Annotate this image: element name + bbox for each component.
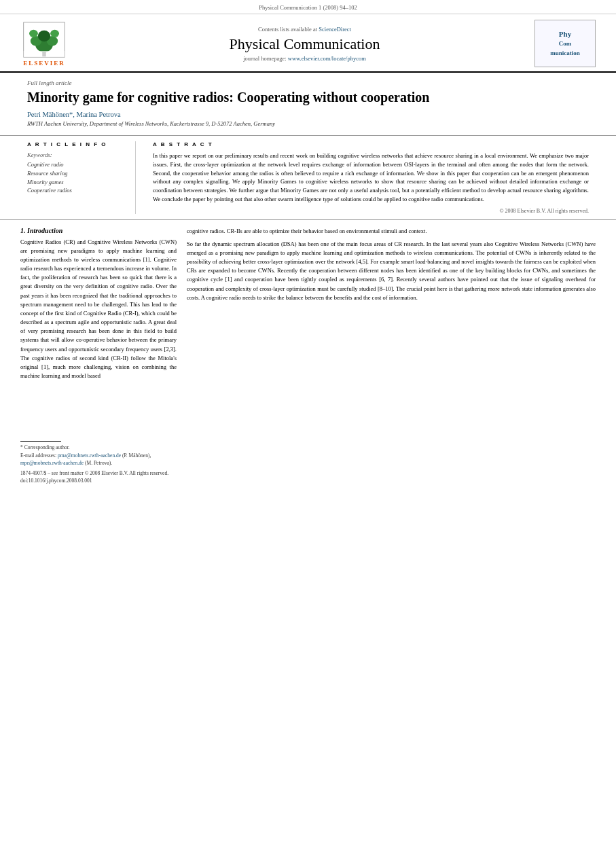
homepage-url[interactable]: www.elsevier.com/locate/phycom: [288, 55, 366, 62]
authors: Petri Mähönen*, Marina Petrova: [27, 111, 589, 118]
abstract-text: In this paper we report on our prelimina…: [153, 151, 589, 204]
top-bar: Physical Communication 1 (2008) 94–102: [0, 0, 616, 14]
journal-homepage: journal homepage: www.elsevier.com/locat…: [75, 55, 535, 62]
svg-point-4: [38, 30, 50, 41]
svg-point-6: [50, 29, 59, 37]
svg-point-5: [29, 29, 38, 37]
footnote-asterisk: * Corresponding author.: [20, 444, 177, 451]
article-info-right: A B S T R A C T In this paper we report …: [149, 141, 589, 214]
abstract-label: A B S T R A C T: [153, 141, 589, 147]
keywords-list: Cognitive radio Resource sharing Minorit…: [27, 160, 125, 195]
doi-line: doi:10.1016/j.phycom.2008.03.001: [20, 477, 177, 484]
article-title: Minority game for cognitive radios: Coop…: [27, 89, 589, 106]
footnotes-area: * Corresponding author. E-mail addresses…: [20, 384, 177, 484]
intro-paragraph-2: cognitive radios. CR-IIs are able to opt…: [187, 227, 596, 236]
introduction-heading: 1. Introduction: [20, 227, 177, 234]
journal-title-display: Physical Communication: [75, 35, 535, 53]
article-info-label: A R T I C L E I N F O: [27, 141, 125, 147]
article-header: Full length article Minority game for co…: [0, 73, 616, 136]
main-content: 1. Introduction Cognitive Radios (CR) an…: [0, 220, 616, 492]
keyword-2: Resource sharing: [27, 169, 125, 178]
email1: pma@mobnets.rwth-aachen.de: [58, 452, 121, 459]
journal-center: Contents lists available at ScienceDirec…: [75, 26, 535, 62]
footnote-emails: E-mail addresses: pma@mobnets.rwth-aache…: [20, 452, 177, 467]
keyword-4: Cooperative radios: [27, 186, 125, 195]
article-info-left: A R T I C L E I N F O Keywords: Cognitiv…: [27, 141, 136, 214]
elsevier-logo: ELSEVIER: [14, 21, 75, 67]
issn-line: 1874-4907/$ – see front matter © 2008 El…: [20, 469, 177, 477]
footnote-separator: [20, 441, 61, 442]
keywords-label: Keywords:: [27, 151, 125, 158]
journal-header: ELSEVIER Contents lists available at Sci…: [0, 14, 616, 73]
citation-text: Physical Communication 1 (2008) 94–102: [259, 4, 357, 11]
elsevier-tree-icon: [20, 21, 68, 58]
contents-line: Contents lists available at ScienceDirec…: [75, 26, 535, 33]
affiliation: RWTH Aachen University, Department of Wi…: [27, 120, 589, 127]
svg-rect-8: [24, 51, 65, 57]
intro-paragraph-3: So far the dynamic spectrum allocation (…: [187, 240, 596, 302]
elsevier-brand-text: ELSEVIER: [23, 60, 65, 67]
keyword-3: Minority games: [27, 178, 125, 187]
content-col-left: 1. Introduction Cognitive Radios (CR) an…: [20, 227, 177, 485]
email2: mpe@mobnets.rwth-aachen.de: [20, 460, 84, 466]
content-col-right: cognitive radios. CR-IIs are able to opt…: [187, 227, 596, 485]
journal-logo-box: PhyCommunication: [535, 20, 596, 67]
article-type: Full length article: [27, 79, 589, 86]
article-info-section: A R T I C L E I N F O Keywords: Cognitiv…: [0, 136, 616, 220]
sciencedirect-link[interactable]: ScienceDirect: [319, 26, 351, 33]
intro-paragraph-1: Cognitive Radios (CR) and Cognitive Wire…: [20, 238, 177, 381]
copyright-line: © 2008 Elsevier B.V. All rights reserved…: [153, 208, 589, 214]
page-container: Physical Communication 1 (2008) 94–102 E…: [0, 0, 616, 841]
keyword-1: Cognitive radio: [27, 160, 125, 169]
